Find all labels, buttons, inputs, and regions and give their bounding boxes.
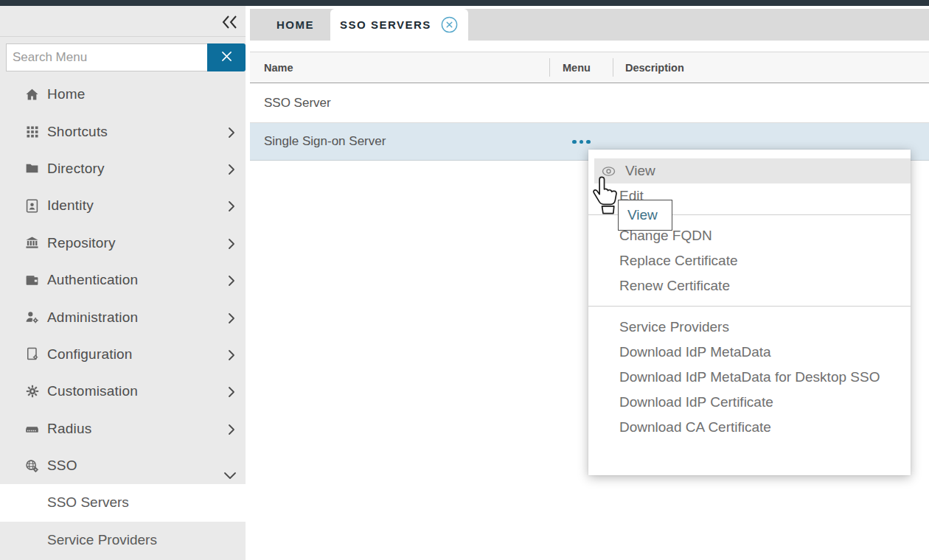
top-bar: [0, 0, 929, 6]
tab-label: HOME: [276, 18, 314, 31]
menu-item-label: Renew Certificate: [619, 278, 730, 294]
column-header-name: Name: [264, 52, 293, 83]
server-icon: [24, 421, 40, 436]
sidebar-item-identity[interactable]: Identity: [0, 187, 246, 224]
sidebar-item-label: Authentication: [47, 272, 138, 288]
chevron-down-icon: [223, 467, 237, 483]
sidebar-item-label: Configuration: [47, 346, 133, 363]
chevron-right-icon: [228, 312, 235, 328]
sidebar-item-label: Administration: [47, 309, 138, 326]
tooltip: View: [618, 200, 672, 231]
sidebar-item-authentication[interactable]: Authentication: [0, 262, 246, 298]
menu-item-label: Download CA Certificate: [619, 419, 771, 435]
sidebar-item-sso-servers[interactable]: SSO Servers: [0, 484, 246, 521]
row-name-cell: SSO Server: [264, 96, 331, 111]
tab-bar: HOME SSO SERVERS: [250, 9, 929, 41]
column-divider: [613, 58, 613, 77]
table-header: Name Menu Description: [250, 52, 929, 83]
chevron-right-icon: [228, 349, 235, 365]
sidebar-item-customisation[interactable]: Customisation: [0, 373, 246, 410]
close-circle-icon[interactable]: [440, 15, 459, 34]
row-name-cell: Single Sign-on Server: [264, 134, 386, 149]
menu-item-label: View: [625, 163, 655, 179]
eye-icon: [602, 166, 616, 177]
chevron-right-icon: [228, 237, 235, 253]
sidebar-item-sso[interactable]: SSO: [0, 447, 246, 484]
menu-item-download-idp-metadata-desktop-sso[interactable]: Download IdP MetaData for Desktop SSO: [588, 365, 911, 390]
bank-icon: [24, 235, 40, 251]
menu-separator: [588, 306, 911, 307]
menu-item-replace-certificate[interactable]: Replace Certificate: [588, 248, 911, 273]
menu-item-download-idp-certificate[interactable]: Download IdP Certificate: [588, 390, 911, 415]
tooltip-text: View: [627, 207, 658, 223]
sidebar-header: [0, 6, 246, 37]
sidebar: Home Shortcuts Directory: [0, 6, 246, 560]
menu-item-label: Download IdP MetaData: [619, 344, 771, 360]
table-row[interactable]: SSO Server: [250, 84, 929, 123]
sidebar-item-service-providers[interactable]: Service Providers: [0, 522, 246, 559]
sidebar-nav: Home Shortcuts Directory: [0, 76, 246, 559]
close-icon: [221, 51, 232, 64]
wallet-icon: [24, 273, 40, 288]
column-divider: [549, 58, 550, 77]
tab-label: SSO SERVERS: [340, 18, 431, 31]
menu-item-renew-certificate[interactable]: Renew Certificate: [588, 273, 911, 298]
chevron-right-icon: [228, 163, 235, 179]
folder-icon: [24, 161, 40, 176]
menu-item-label: Download IdP MetaData for Desktop SSO: [619, 369, 880, 385]
gear-icon: [24, 384, 40, 399]
chevron-right-icon: [228, 200, 235, 216]
search-input[interactable]: [6, 43, 207, 71]
menu-item-label: Replace Certificate: [619, 253, 738, 269]
menu-item-service-providers[interactable]: Service Providers: [588, 315, 911, 340]
sidebar-item-label: Repository: [47, 235, 116, 251]
tab-sso-servers[interactable]: SSO SERVERS: [330, 9, 468, 41]
collapse-sidebar-icon[interactable]: [220, 15, 238, 32]
sidebar-item-label: Identity: [47, 197, 94, 214]
id-card-icon: [24, 198, 40, 214]
sidebar-subitem-label: SSO Servers: [47, 494, 129, 511]
sidebar-item-label: SSO: [47, 458, 77, 474]
sidebar-subitem-label: Service Providers: [47, 532, 157, 548]
sidebar-item-label: Directory: [47, 161, 105, 177]
sidebar-item-configuration[interactable]: Configuration: [0, 336, 246, 373]
sidebar-item-shortcuts[interactable]: Shortcuts: [0, 113, 246, 150]
document-gear-icon: [24, 346, 40, 362]
chevron-right-icon: [228, 126, 235, 142]
sidebar-item-home[interactable]: Home: [0, 76, 246, 113]
sidebar-item-directory[interactable]: Directory: [0, 150, 246, 187]
grid-icon: [24, 124, 40, 139]
sidebar-item-repository[interactable]: Repository: [0, 225, 246, 262]
menu-item-download-ca-certificate[interactable]: Download CA Certificate: [588, 415, 911, 440]
chevron-right-icon: [228, 423, 235, 439]
sidebar-item-label: Customisation: [47, 383, 138, 399]
search-menu: [6, 43, 246, 71]
menu-item-view[interactable]: View: [594, 158, 911, 183]
row-context-menu: View Edit Change FQDN Replace Certificat…: [588, 150, 911, 475]
sidebar-item-radius[interactable]: Radius: [0, 410, 246, 447]
sidebar-item-label: Radius: [47, 421, 91, 437]
globe-gear-icon: [24, 458, 40, 474]
home-icon: [24, 87, 40, 102]
chevron-right-icon: [228, 385, 235, 402]
sidebar-item-label: Home: [47, 86, 85, 102]
sidebar-item-administration[interactable]: Administration: [0, 298, 246, 335]
menu-item-label: Service Providers: [619, 319, 729, 335]
menu-item-label: Download IdP Certificate: [619, 394, 773, 410]
tab-home[interactable]: HOME: [260, 9, 330, 41]
sidebar-item-label: Shortcuts: [47, 124, 108, 140]
menu-item-download-idp-metadata[interactable]: Download IdP MetaData: [588, 340, 911, 365]
user-gear-icon: [24, 309, 40, 325]
column-header-menu: Menu: [563, 52, 591, 83]
search-clear-button[interactable]: [207, 43, 246, 71]
main-content: HOME SSO SERVERS Name Menu Description S…: [250, 6, 929, 560]
column-header-description: Description: [625, 52, 684, 83]
chevron-right-icon: [228, 274, 235, 290]
